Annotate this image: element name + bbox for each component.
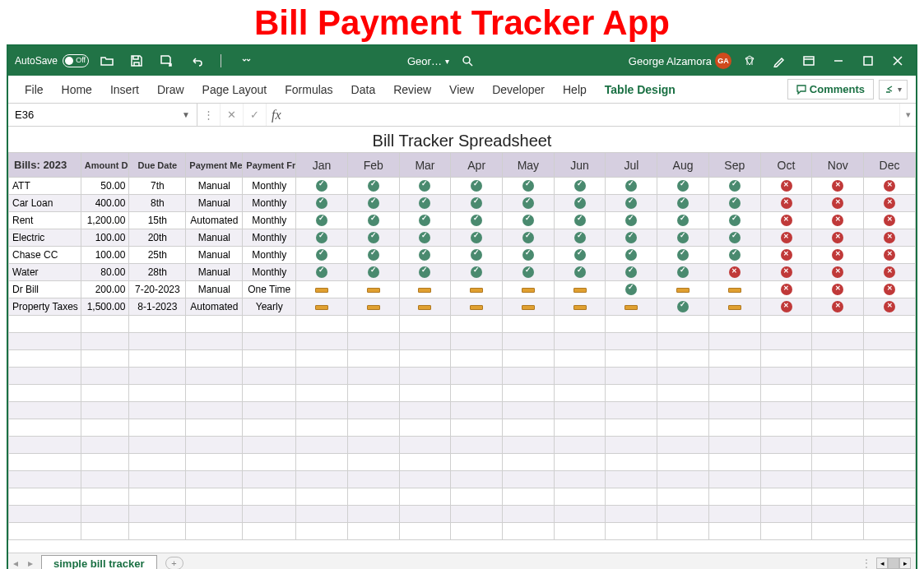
cell-amount[interactable]: 200.00 [81,281,129,298]
cell-status[interactable] [451,178,503,195]
cell-empty[interactable] [554,437,606,454]
cell-status[interactable] [347,281,399,298]
cell-empty[interactable] [129,402,186,419]
cell-status[interactable] [760,212,812,229]
table-row[interactable]: ATT50.007thManualMonthly [9,178,916,195]
header-col-3[interactable]: Payment Frequency [243,153,296,178]
cell-empty[interactable] [451,488,503,506]
cell-status[interactable] [606,178,657,195]
cell-payment-method[interactable]: Manual [186,195,243,212]
cell-status[interactable] [554,178,606,195]
cell-empty[interactable] [347,437,399,454]
cell-empty[interactable] [657,437,709,454]
undo-icon[interactable] [184,49,207,72]
table-row-empty[interactable] [9,333,916,350]
cell-empty[interactable] [9,385,81,402]
pen-icon[interactable] [768,49,791,72]
table-row-empty[interactable] [9,402,916,419]
cell-empty[interactable] [812,437,864,454]
cell-empty[interactable] [399,454,451,471]
cell-empty[interactable] [708,523,760,540]
cell-empty[interactable] [399,350,451,368]
header-month-dec[interactable]: Dec [864,153,916,178]
cell-empty[interactable] [296,454,348,471]
cell-payment-frequency[interactable]: Monthly [243,247,296,264]
cell-payment-method[interactable]: Manual [186,178,243,195]
cell-payment-frequency[interactable]: Monthly [243,212,296,229]
cell-empty[interactable] [451,471,503,488]
cell-status[interactable] [296,298,348,316]
cell-due-date[interactable]: 28th [129,264,186,281]
cell-empty[interactable] [657,454,709,471]
tab-file[interactable]: File [16,78,52,101]
cell-due-date[interactable]: 7th [129,178,186,195]
cell-empty[interactable] [606,506,657,523]
cell-due-date[interactable]: 20th [129,229,186,247]
cell-empty[interactable] [708,402,760,419]
header-month-mar[interactable]: Mar [399,153,451,178]
header-month-may[interactable]: May [503,153,555,178]
cell-empty[interactable] [554,402,606,419]
cell-empty[interactable] [554,506,606,523]
cell-empty[interactable] [606,523,657,540]
cell-empty[interactable] [186,488,243,506]
cell-due-date[interactable]: 8-1-2023 [129,298,186,316]
cell-empty[interactable] [347,454,399,471]
cell-empty[interactable] [864,506,916,523]
cell-empty[interactable] [708,488,760,506]
cell-empty[interactable] [9,402,81,419]
cell-status[interactable] [864,247,916,264]
cell-empty[interactable] [812,316,864,333]
cell-empty[interactable] [296,333,348,350]
share-button[interactable]: ▾ [879,80,908,99]
cell-status[interactable] [347,178,399,195]
cell-empty[interactable] [760,523,812,540]
cell-empty[interactable] [243,316,296,333]
cell-empty[interactable] [812,385,864,402]
cell-empty[interactable] [347,316,399,333]
cell-empty[interactable] [81,437,129,454]
cell-empty[interactable] [296,506,348,523]
table-row-empty[interactable] [9,350,916,368]
cancel-formula-icon[interactable]: ✕ [221,104,244,126]
cell-status[interactable] [451,247,503,264]
cell-empty[interactable] [186,419,243,437]
cell-empty[interactable] [708,437,760,454]
cell-empty[interactable] [243,385,296,402]
cell-due-date[interactable]: 25th [129,247,186,264]
header-month-feb[interactable]: Feb [347,153,399,178]
table-row[interactable]: Rent1,200.0015thAutomatedMonthly [9,212,916,229]
cell-bill-name[interactable]: Electric [9,229,81,247]
cell-bill-name[interactable]: Dr Bill [9,281,81,298]
cell-status[interactable] [760,298,812,316]
cell-empty[interactable] [554,454,606,471]
cell-empty[interactable] [399,402,451,419]
cell-empty[interactable] [451,419,503,437]
cell-status[interactable] [503,298,555,316]
cell-empty[interactable] [708,368,760,385]
cell-empty[interactable] [760,350,812,368]
cell-empty[interactable] [812,350,864,368]
open-icon[interactable] [95,49,118,72]
cell-empty[interactable] [186,368,243,385]
cell-empty[interactable] [186,350,243,368]
cell-empty[interactable] [812,471,864,488]
cell-empty[interactable] [81,488,129,506]
cell-empty[interactable] [760,402,812,419]
cell-empty[interactable] [186,316,243,333]
cell-status[interactable] [760,178,812,195]
cell-empty[interactable] [347,506,399,523]
cell-empty[interactable] [399,437,451,454]
cell-empty[interactable] [503,488,555,506]
cell-empty[interactable] [347,385,399,402]
cell-empty[interactable] [760,333,812,350]
cell-payment-frequency[interactable]: One Time [243,281,296,298]
cell-empty[interactable] [129,385,186,402]
cell-empty[interactable] [296,523,348,540]
cell-empty[interactable] [864,333,916,350]
cell-empty[interactable] [606,454,657,471]
cell-bill-name[interactable]: Water [9,264,81,281]
cell-empty[interactable] [9,368,81,385]
cell-status[interactable] [503,195,555,212]
cell-status[interactable] [708,195,760,212]
